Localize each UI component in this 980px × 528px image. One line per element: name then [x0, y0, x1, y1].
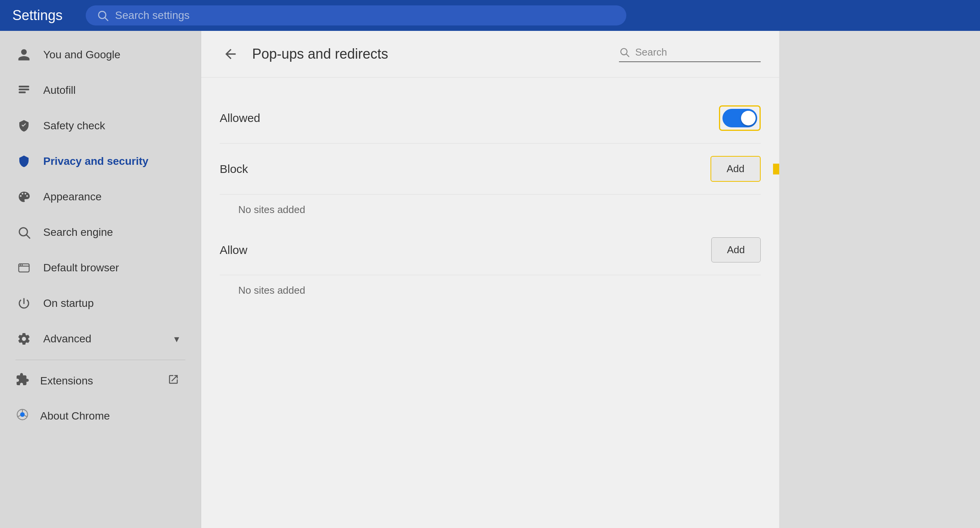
svg-point-11: [20, 412, 25, 417]
browser-icon: [15, 259, 32, 276]
right-panel: [779, 31, 980, 528]
svg-point-10: [22, 264, 23, 266]
sidebar-item-extensions[interactable]: Extensions: [0, 363, 195, 398]
block-add-button[interactable]: Add: [710, 156, 761, 182]
search-bar[interactable]: [86, 5, 626, 25]
search-engine-icon: [15, 224, 32, 241]
back-button[interactable]: [220, 43, 241, 65]
allowed-label: Allowed: [220, 112, 260, 125]
external-link-icon: [168, 374, 179, 388]
sidebar-item-default-browser[interactable]: Default browser: [0, 250, 195, 286]
palette-icon: [15, 188, 32, 205]
sidebar-label-advanced: Advanced: [43, 333, 92, 345]
app-title: Settings: [12, 7, 63, 24]
sidebar-item-you-and-google[interactable]: You and Google: [0, 37, 195, 73]
svg-line-14: [24, 415, 27, 417]
power-icon: [15, 295, 32, 312]
person-icon: [15, 46, 32, 63]
sidebar-label-safety-check: Safety check: [43, 120, 105, 132]
sidebar-label-privacy-and-security: Privacy and security: [43, 155, 148, 168]
block-label: Block: [220, 162, 248, 176]
page-title: Pop-ups and redirects: [252, 46, 608, 62]
allowed-row: Allowed: [220, 93, 761, 144]
sidebar-label-you-and-google: You and Google: [43, 49, 120, 61]
toggle-wrapper: [719, 105, 761, 131]
svg-line-17: [626, 54, 629, 56]
advanced-icon: [15, 330, 32, 347]
sidebar-label-on-startup: On startup: [43, 297, 94, 310]
svg-rect-3: [19, 89, 29, 91]
allowed-toggle[interactable]: [722, 109, 757, 127]
block-no-sites: No sites added: [220, 195, 761, 225]
sidebar-label-search-engine: Search engine: [43, 226, 113, 239]
sidebar-item-about-chrome[interactable]: About Chrome: [0, 398, 195, 433]
content-search-input[interactable]: [635, 46, 761, 58]
callout-arrow: [768, 148, 779, 195]
main-layout: You and Google Autofill Safety check Pri…: [0, 31, 980, 528]
allow-add-button[interactable]: Add: [711, 237, 761, 262]
sidebar-item-on-startup[interactable]: On startup: [0, 286, 195, 321]
svg-rect-2: [19, 86, 29, 88]
svg-line-1: [105, 18, 108, 20]
search-content-icon: [619, 47, 630, 58]
sidebar-item-autofill[interactable]: Autofill: [0, 73, 195, 108]
allow-no-sites: No sites added: [220, 275, 761, 306]
shield-icon: [15, 153, 32, 170]
content-area: Pop-ups and redirects Allowed: [201, 31, 779, 528]
sidebar: You and Google Autofill Safety check Pri…: [0, 31, 201, 528]
shield-check-icon: [15, 117, 32, 134]
topbar: Settings: [0, 0, 980, 31]
content-body: Allowed Block Add: [201, 78, 779, 321]
autofill-icon: [15, 82, 32, 99]
sidebar-label-about-chrome: About Chrome: [40, 410, 110, 422]
sidebar-item-search-engine[interactable]: Search engine: [0, 215, 195, 250]
allow-label: Allow: [220, 244, 248, 257]
content-search-bar[interactable]: [619, 46, 761, 62]
sidebar-item-privacy-and-security[interactable]: Privacy and security: [0, 144, 195, 179]
svg-line-6: [27, 235, 30, 238]
svg-point-9: [20, 264, 21, 266]
sidebar-item-advanced[interactable]: Advanced ▾: [0, 321, 195, 357]
search-icon: [97, 9, 109, 22]
allow-row: Allow Add: [220, 225, 761, 275]
chrome-icon: [15, 408, 29, 424]
sidebar-label-autofill: Autofill: [43, 84, 76, 96]
content-header: Pop-ups and redirects: [201, 31, 779, 78]
extensions-icon: [15, 372, 29, 389]
sidebar-label-appearance: Appearance: [43, 191, 102, 203]
block-row: Block Add Add: [220, 144, 761, 195]
sidebar-label-extensions: Extensions: [40, 375, 93, 387]
sidebar-item-safety-check[interactable]: Safety check: [0, 108, 195, 144]
sidebar-divider: [15, 360, 185, 360]
chevron-down-icon: ▾: [174, 333, 179, 345]
search-input[interactable]: [115, 9, 615, 22]
sidebar-item-appearance[interactable]: Appearance: [0, 179, 195, 215]
svg-rect-4: [19, 91, 26, 93]
svg-line-15: [17, 415, 20, 417]
sidebar-label-default-browser: Default browser: [43, 262, 119, 274]
toggle-knob: [741, 111, 756, 125]
